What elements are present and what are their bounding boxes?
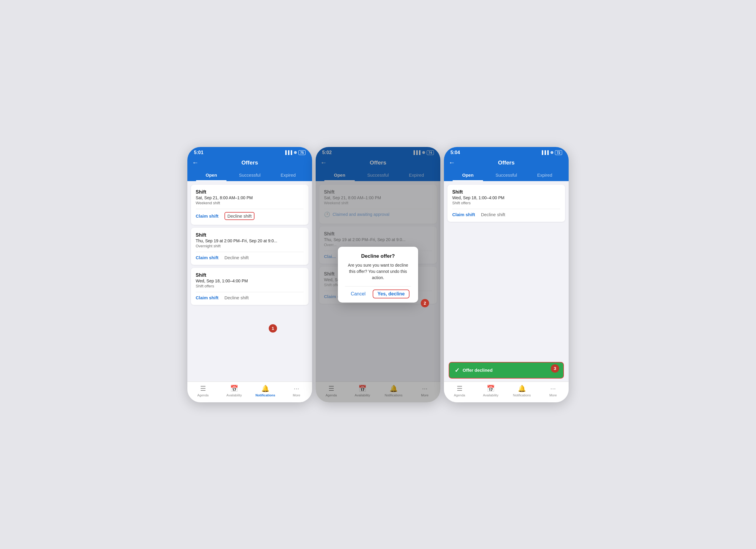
phone-screen-3: 5:04 ▐▐▐ ⊛ 72 ← Offers Open Successful E… — [444, 147, 569, 402]
shift-type-1-2: Overnight shift — [196, 244, 304, 248]
status-bar-1: 5:01 ▐▐▐ ⊛ 75 — [187, 147, 312, 156]
step-badge-1: 1 — [269, 324, 277, 333]
shift-card-1-3: Shift Wed, Sep 18, 1:00–4:00 PM Shift of… — [191, 268, 309, 305]
back-button-1[interactable]: ← — [192, 159, 199, 167]
tab-expired-3[interactable]: Expired — [526, 170, 564, 181]
nav-agenda-3[interactable]: ☰ Agenda — [444, 385, 475, 397]
nav-availability-3[interactable]: 📅 Availability — [475, 385, 506, 397]
dialog-title: Decline offer? — [345, 253, 411, 259]
shift-card-3-1: Shift Wed, Sep 18, 1:00–4:00 PM Shift of… — [447, 185, 565, 222]
dialog-overlay-2: Decline offer? Are you sure you want to … — [316, 147, 440, 402]
nav-agenda-1[interactable]: ☰ Agenda — [187, 385, 219, 397]
availability-icon-3: 📅 — [487, 385, 495, 393]
battery-3: 72 — [555, 150, 562, 155]
tab-successful-3[interactable]: Successful — [487, 170, 525, 181]
claim-shift-btn-3-1[interactable]: Claim shift — [452, 212, 475, 217]
nav-more-1[interactable]: ··· More — [281, 385, 312, 397]
shift-label-1-1: Shift — [196, 189, 304, 195]
shift-time-3-1: Wed, Sep 18, 1:00–4:00 PM — [452, 195, 560, 200]
shift-actions-1-3: Claim shift Decline shift — [196, 292, 304, 300]
tab-open-1[interactable]: Open — [192, 170, 230, 181]
page-title-1: Offers — [201, 159, 307, 166]
notifications-label-1: Notifications — [255, 393, 275, 397]
more-label-3: More — [549, 393, 557, 397]
content-3: Shift Wed, Sep 18, 1:00–4:00 PM Shift of… — [444, 181, 569, 382]
battery-1: 75 — [298, 150, 306, 155]
wifi-icon-1: ⊛ — [294, 150, 297, 155]
shift-label-1-2: Shift — [196, 232, 304, 238]
more-label-1: More — [293, 393, 300, 397]
wifi-icon-3: ⊛ — [550, 150, 553, 155]
decline-shift-btn-1-1[interactable]: Decline shift — [224, 212, 255, 220]
nav-notifications-3[interactable]: 🔔 Notifications — [506, 385, 537, 397]
decline-dialog: Decline offer? Are you sure you want to … — [338, 247, 418, 303]
bottom-nav-1: ☰ Agenda 📅 Availability 🔔 Notifications … — [187, 382, 312, 402]
time-3: 5:04 — [450, 150, 460, 155]
step-badge-2: 2 — [421, 299, 429, 307]
shift-label-3-1: Shift — [452, 189, 560, 195]
toast-check-icon: ✓ — [455, 367, 460, 374]
offer-declined-toast: ✓ Offer declined — [449, 362, 564, 379]
shift-label-1-3: Shift — [196, 273, 304, 278]
claim-shift-btn-1-2[interactable]: Claim shift — [196, 255, 219, 260]
more-icon-1: ··· — [294, 385, 299, 393]
header-1: ← Offers Open Successful Expired — [187, 156, 312, 181]
availability-icon-1: 📅 — [230, 385, 238, 393]
availability-label-1: Availability — [227, 393, 242, 397]
content-1: Shift Sat, Sep 21, 8:00 AM–1:00 PM Weeke… — [187, 181, 312, 382]
notifications-label-3: Notifications — [513, 393, 531, 397]
header-3: ← Offers Open Successful Expired — [444, 156, 569, 181]
more-icon-3: ··· — [550, 385, 556, 393]
back-button-3[interactable]: ← — [449, 159, 455, 167]
decline-shift-btn-3-1[interactable]: Decline shift — [481, 212, 505, 217]
tab-open-3[interactable]: Open — [449, 170, 487, 181]
decline-shift-btn-1-3[interactable]: Decline shift — [224, 295, 249, 300]
tab-successful-1[interactable]: Successful — [230, 170, 269, 181]
page-title-3: Offers — [458, 159, 564, 166]
shift-time-1-3: Wed, Sep 18, 1:00–4:00 PM — [196, 279, 304, 283]
agenda-label-1: Agenda — [197, 393, 209, 397]
shift-type-1-1: Weekend shift — [196, 201, 304, 205]
agenda-icon-1: ☰ — [200, 385, 206, 393]
signal-icon-3: ▐▐▐ — [540, 150, 549, 155]
nav-availability-1[interactable]: 📅 Availability — [219, 385, 250, 397]
status-bar-3: 5:04 ▐▐▐ ⊛ 72 — [444, 147, 569, 156]
status-icons-1: ▐▐▐ ⊛ 75 — [284, 150, 306, 155]
notifications-icon-1: 🔔 — [261, 385, 269, 393]
shift-actions-1-1: Claim shift Decline shift — [196, 209, 304, 220]
availability-label-3: Availability — [483, 393, 499, 397]
tab-expired-1[interactable]: Expired — [269, 170, 307, 181]
signal-icon-1: ▐▐▐ — [284, 150, 292, 155]
shift-time-1-2: Thu, Sep 19 at 2:00 PM–Fri, Sep 20 at 9:… — [196, 238, 304, 243]
shift-card-1-1: Shift Sat, Sep 21, 8:00 AM–1:00 PM Weeke… — [191, 185, 309, 225]
tabs-1: Open Successful Expired — [192, 170, 307, 181]
status-icons-3: ▐▐▐ ⊛ 72 — [540, 150, 562, 155]
phone-screen-2: 5:02 ▐▐▐ ⊛ 74 ← Offers Open Successful E… — [316, 147, 440, 402]
dialog-actions: Cancel Yes, decline — [345, 286, 411, 298]
dialog-confirm-button[interactable]: Yes, decline — [373, 289, 409, 298]
bottom-nav-3: ☰ Agenda 📅 Availability 🔔 Notifications … — [444, 382, 569, 402]
phone-screen-1: 5:01 ▐▐▐ ⊛ 75 ← Offers Open Successful E… — [187, 147, 312, 402]
decline-shift-btn-1-2[interactable]: Decline shift — [224, 255, 249, 260]
nav-more-3[interactable]: ··· More — [537, 385, 569, 397]
shift-time-1-1: Sat, Sep 21, 8:00 AM–1:00 PM — [196, 195, 304, 200]
claim-shift-btn-1-3[interactable]: Claim shift — [196, 295, 219, 300]
shift-card-1-2: Shift Thu, Sep 19 at 2:00 PM–Fri, Sep 20… — [191, 228, 309, 265]
nav-notifications-1[interactable]: 🔔 Notifications — [250, 385, 281, 397]
time-1: 5:01 — [194, 150, 203, 155]
agenda-icon-3: ☰ — [457, 385, 463, 393]
notifications-icon-3: 🔔 — [518, 385, 526, 393]
shift-actions-3-1: Claim shift Decline shift — [452, 209, 560, 217]
dialog-body: Are you sure you want to decline this of… — [345, 262, 411, 281]
tabs-3: Open Successful Expired — [449, 170, 564, 181]
shift-actions-1-2: Claim shift Decline shift — [196, 252, 304, 260]
step-badge-3: 3 — [551, 364, 559, 373]
claim-shift-btn-1-1[interactable]: Claim shift — [196, 213, 219, 219]
toast-text: Offer declined — [463, 368, 493, 373]
shift-type-1-3: Shift offers — [196, 284, 304, 288]
agenda-label-3: Agenda — [454, 393, 465, 397]
shift-type-3-1: Shift offers — [452, 201, 560, 205]
dialog-cancel-button[interactable]: Cancel — [347, 289, 370, 298]
